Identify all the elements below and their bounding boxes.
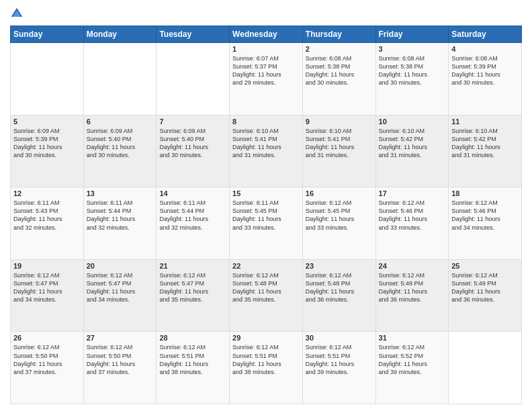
header (10, 7, 522, 20)
calendar-cell: 11Sunrise: 6:10 AM Sunset: 5:42 PM Dayli… (449, 115, 522, 187)
week-row-2: 5Sunrise: 6:09 AM Sunset: 5:39 PM Daylig… (11, 115, 522, 187)
page: SundayMondayTuesdayWednesdayThursdayFrid… (0, 0, 532, 411)
day-info: Sunrise: 6:11 AM Sunset: 5:44 PM Dayligh… (87, 199, 154, 232)
day-info: Sunrise: 6:12 AM Sunset: 5:52 PM Dayligh… (379, 343, 446, 376)
weekday-header-monday: Monday (83, 26, 157, 43)
day-number: 11 (451, 118, 519, 126)
day-info: Sunrise: 6:07 AM Sunset: 5:37 PM Dayligh… (232, 54, 300, 87)
day-number: 8 (232, 118, 300, 126)
day-number: 10 (379, 118, 446, 126)
weekday-header-thursday: Thursday (302, 26, 375, 43)
calendar-cell: 8Sunrise: 6:10 AM Sunset: 5:41 PM Daylig… (230, 115, 303, 187)
day-info: Sunrise: 6:12 AM Sunset: 5:48 PM Dayligh… (306, 271, 373, 304)
day-info: Sunrise: 6:12 AM Sunset: 5:48 PM Dayligh… (232, 271, 300, 304)
calendar-cell: 14Sunrise: 6:11 AM Sunset: 5:44 PM Dayli… (157, 187, 230, 260)
calendar-cell: 31Sunrise: 6:12 AM Sunset: 5:52 PM Dayli… (375, 332, 449, 404)
calendar-cell (11, 43, 84, 116)
calendar-cell: 9Sunrise: 6:10 AM Sunset: 5:41 PM Daylig… (302, 115, 375, 187)
day-number: 12 (13, 189, 81, 197)
calendar-cell: 24Sunrise: 6:12 AM Sunset: 5:49 PM Dayli… (375, 259, 449, 332)
day-number: 29 (232, 334, 300, 342)
day-info: Sunrise: 6:09 AM Sunset: 5:40 PM Dayligh… (87, 127, 154, 160)
calendar-cell: 20Sunrise: 6:12 AM Sunset: 5:47 PM Dayli… (83, 259, 157, 332)
day-number: 18 (451, 189, 519, 197)
calendar-cell: 1Sunrise: 6:07 AM Sunset: 5:37 PM Daylig… (230, 43, 303, 116)
calendar-cell: 3Sunrise: 6:08 AM Sunset: 5:38 PM Daylig… (375, 43, 449, 116)
day-number: 9 (306, 118, 373, 126)
day-info: Sunrise: 6:08 AM Sunset: 5:38 PM Dayligh… (379, 54, 446, 87)
calendar-cell: 21Sunrise: 6:12 AM Sunset: 5:47 PM Dayli… (157, 259, 230, 332)
calendar-cell: 5Sunrise: 6:09 AM Sunset: 5:39 PM Daylig… (11, 115, 84, 187)
day-number: 7 (159, 118, 226, 126)
week-row-1: 1Sunrise: 6:07 AM Sunset: 5:37 PM Daylig… (11, 43, 522, 116)
calendar-cell: 29Sunrise: 6:12 AM Sunset: 5:51 PM Dayli… (230, 332, 303, 404)
week-row-5: 26Sunrise: 6:12 AM Sunset: 5:50 PM Dayli… (11, 332, 522, 404)
week-row-4: 19Sunrise: 6:12 AM Sunset: 5:47 PM Dayli… (11, 259, 522, 332)
day-info: Sunrise: 6:12 AM Sunset: 5:47 PM Dayligh… (159, 271, 226, 304)
day-info: Sunrise: 6:09 AM Sunset: 5:39 PM Dayligh… (13, 127, 81, 160)
calendar-cell: 2Sunrise: 6:08 AM Sunset: 5:38 PM Daylig… (302, 43, 375, 116)
day-info: Sunrise: 6:11 AM Sunset: 5:44 PM Dayligh… (159, 199, 226, 232)
day-number: 19 (13, 262, 81, 270)
day-info: Sunrise: 6:12 AM Sunset: 5:46 PM Dayligh… (379, 199, 446, 232)
weekday-header-row: SundayMondayTuesdayWednesdayThursdayFrid… (11, 26, 522, 43)
day-number: 1 (232, 45, 300, 53)
day-number: 22 (232, 262, 300, 270)
logo-icon (10, 7, 24, 20)
calendar-cell: 16Sunrise: 6:12 AM Sunset: 5:45 PM Dayli… (302, 187, 375, 260)
week-row-3: 12Sunrise: 6:11 AM Sunset: 5:43 PM Dayli… (11, 187, 522, 260)
day-info: Sunrise: 6:10 AM Sunset: 5:42 PM Dayligh… (379, 127, 446, 160)
day-number: 30 (306, 334, 373, 342)
day-number: 31 (379, 334, 446, 342)
day-info: Sunrise: 6:12 AM Sunset: 5:47 PM Dayligh… (13, 271, 81, 304)
day-info: Sunrise: 6:12 AM Sunset: 5:47 PM Dayligh… (87, 271, 154, 304)
day-info: Sunrise: 6:09 AM Sunset: 5:40 PM Dayligh… (159, 127, 226, 160)
day-info: Sunrise: 6:10 AM Sunset: 5:42 PM Dayligh… (451, 127, 519, 160)
calendar-cell: 28Sunrise: 6:12 AM Sunset: 5:51 PM Dayli… (157, 332, 230, 404)
day-number: 3 (379, 45, 446, 53)
day-number: 21 (159, 262, 226, 270)
day-info: Sunrise: 6:12 AM Sunset: 5:49 PM Dayligh… (379, 271, 446, 304)
day-info: Sunrise: 6:12 AM Sunset: 5:51 PM Dayligh… (306, 343, 373, 376)
calendar-cell: 10Sunrise: 6:10 AM Sunset: 5:42 PM Dayli… (375, 115, 449, 187)
weekday-header-saturday: Saturday (449, 26, 522, 43)
day-info: Sunrise: 6:10 AM Sunset: 5:41 PM Dayligh… (306, 127, 373, 160)
day-number: 28 (159, 334, 226, 342)
logo (10, 7, 26, 20)
calendar-cell: 26Sunrise: 6:12 AM Sunset: 5:50 PM Dayli… (11, 332, 84, 404)
calendar-cell: 27Sunrise: 6:12 AM Sunset: 5:50 PM Dayli… (83, 332, 157, 404)
day-info: Sunrise: 6:11 AM Sunset: 5:43 PM Dayligh… (13, 199, 81, 232)
calendar-cell: 15Sunrise: 6:11 AM Sunset: 5:45 PM Dayli… (230, 187, 303, 260)
weekday-header-tuesday: Tuesday (157, 26, 230, 43)
day-number: 14 (159, 189, 226, 197)
day-info: Sunrise: 6:12 AM Sunset: 5:45 PM Dayligh… (306, 199, 373, 232)
day-info: Sunrise: 6:12 AM Sunset: 5:50 PM Dayligh… (87, 343, 154, 376)
day-info: Sunrise: 6:08 AM Sunset: 5:38 PM Dayligh… (306, 54, 373, 87)
day-number: 2 (306, 45, 373, 53)
calendar-cell (157, 43, 230, 116)
day-number: 5 (13, 118, 81, 126)
calendar-cell: 19Sunrise: 6:12 AM Sunset: 5:47 PM Dayli… (11, 259, 84, 332)
calendar-cell: 13Sunrise: 6:11 AM Sunset: 5:44 PM Dayli… (83, 187, 157, 260)
day-info: Sunrise: 6:12 AM Sunset: 5:51 PM Dayligh… (159, 343, 226, 376)
weekday-header-friday: Friday (375, 26, 449, 43)
calendar-cell: 6Sunrise: 6:09 AM Sunset: 5:40 PM Daylig… (83, 115, 157, 187)
calendar-cell: 12Sunrise: 6:11 AM Sunset: 5:43 PM Dayli… (11, 187, 84, 260)
day-info: Sunrise: 6:10 AM Sunset: 5:41 PM Dayligh… (232, 127, 300, 160)
day-info: Sunrise: 6:12 AM Sunset: 5:49 PM Dayligh… (451, 271, 519, 304)
day-number: 25 (451, 262, 519, 270)
day-number: 27 (87, 334, 154, 342)
day-number: 16 (306, 189, 373, 197)
calendar: SundayMondayTuesdayWednesdayThursdayFrid… (10, 26, 522, 404)
calendar-cell: 30Sunrise: 6:12 AM Sunset: 5:51 PM Dayli… (302, 332, 375, 404)
calendar-cell (449, 332, 522, 404)
day-number: 24 (379, 262, 446, 270)
day-number: 23 (306, 262, 373, 270)
day-info: Sunrise: 6:11 AM Sunset: 5:45 PM Dayligh… (232, 199, 300, 232)
day-info: Sunrise: 6:12 AM Sunset: 5:51 PM Dayligh… (232, 343, 300, 376)
day-number: 4 (451, 45, 519, 53)
day-info: Sunrise: 6:12 AM Sunset: 5:46 PM Dayligh… (451, 199, 519, 232)
calendar-cell (83, 43, 157, 116)
weekday-header-sunday: Sunday (11, 26, 84, 43)
weekday-header-wednesday: Wednesday (230, 26, 303, 43)
